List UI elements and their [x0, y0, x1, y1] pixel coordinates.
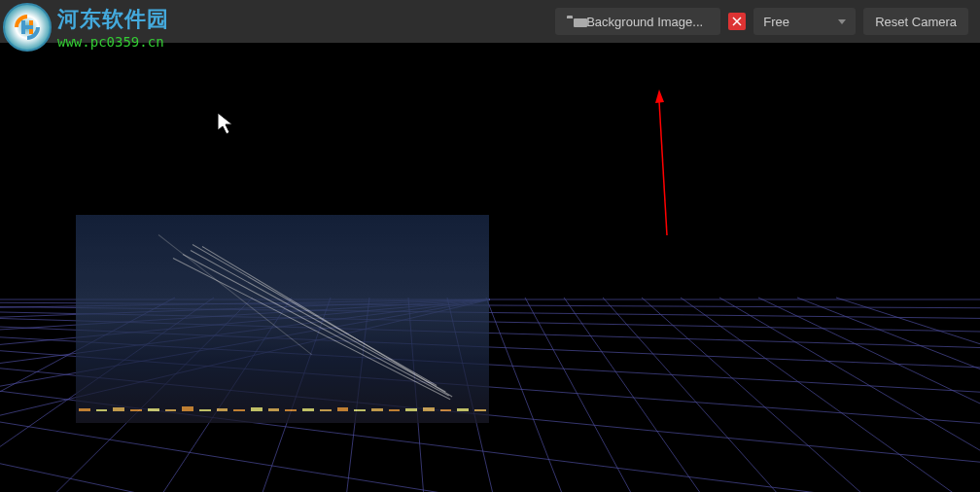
watermark-logo-icon [3, 3, 52, 52]
watermark-title: 河东软件园 [57, 5, 169, 34]
3d-viewport[interactable] [0, 43, 980, 492]
clear-background-button[interactable] [728, 13, 746, 30]
background-image-label: Background Image... [586, 15, 703, 29]
camera-mode-value: Free [763, 15, 789, 29]
city-lights [76, 384, 489, 411]
background-image-button[interactable]: Background Image... [555, 8, 720, 35]
chevron-down-icon [838, 19, 846, 24]
close-icon [732, 17, 742, 26]
svg-rect-43 [21, 25, 33, 29]
reset-camera-label: Reset Camera [875, 15, 957, 29]
camera-mode-dropdown[interactable]: Free [753, 8, 856, 35]
svg-line-35 [719, 298, 980, 492]
watermark-url: www.pc0359.cn [57, 34, 169, 50]
svg-line-37 [797, 298, 980, 492]
svg-line-38 [836, 298, 980, 492]
svg-line-31 [564, 298, 739, 492]
svg-line-36 [758, 298, 980, 492]
reset-camera-button[interactable]: Reset Camera [863, 8, 968, 35]
background-image-plane [76, 215, 489, 423]
folder-icon [567, 16, 580, 27]
annotation-arrow [655, 89, 684, 235]
mouse-cursor [216, 111, 235, 136]
svg-line-13 [0, 453, 980, 492]
svg-line-39 [659, 101, 667, 235]
watermark: 河东软件园 www.pc0359.cn [3, 3, 169, 52]
svg-marker-40 [655, 89, 664, 103]
svg-line-33 [642, 298, 924, 492]
svg-line-29 [486, 298, 583, 492]
svg-line-32 [603, 298, 826, 492]
